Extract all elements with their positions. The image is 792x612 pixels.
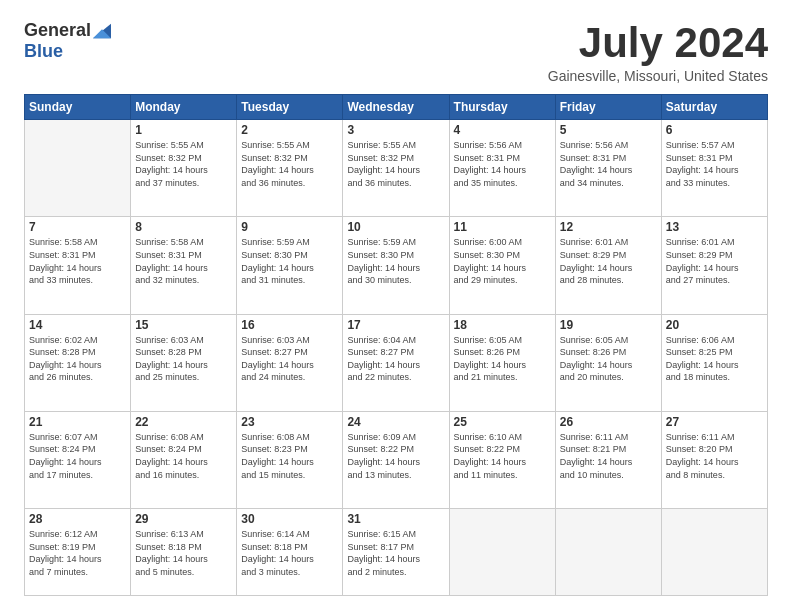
day-info: Sunrise: 5:55 AM Sunset: 8:32 PM Dayligh… <box>347 139 444 189</box>
day-info: Sunrise: 6:05 AM Sunset: 8:26 PM Dayligh… <box>560 334 657 384</box>
table-row: 25Sunrise: 6:10 AM Sunset: 8:22 PM Dayli… <box>449 411 555 508</box>
day-number: 10 <box>347 220 444 234</box>
table-row <box>661 509 767 596</box>
day-number: 26 <box>560 415 657 429</box>
day-number: 1 <box>135 123 232 137</box>
day-info: Sunrise: 6:06 AM Sunset: 8:25 PM Dayligh… <box>666 334 763 384</box>
table-row: 10Sunrise: 5:59 AM Sunset: 8:30 PM Dayli… <box>343 217 449 314</box>
day-info: Sunrise: 5:56 AM Sunset: 8:31 PM Dayligh… <box>560 139 657 189</box>
day-number: 25 <box>454 415 551 429</box>
day-info: Sunrise: 6:10 AM Sunset: 8:22 PM Dayligh… <box>454 431 551 481</box>
day-info: Sunrise: 6:02 AM Sunset: 8:28 PM Dayligh… <box>29 334 126 384</box>
day-info: Sunrise: 6:09 AM Sunset: 8:22 PM Dayligh… <box>347 431 444 481</box>
col-thursday: Thursday <box>449 95 555 120</box>
table-row: 9Sunrise: 5:59 AM Sunset: 8:30 PM Daylig… <box>237 217 343 314</box>
table-row: 7Sunrise: 5:58 AM Sunset: 8:31 PM Daylig… <box>25 217 131 314</box>
table-row: 21Sunrise: 6:07 AM Sunset: 8:24 PM Dayli… <box>25 411 131 508</box>
table-row: 29Sunrise: 6:13 AM Sunset: 8:18 PM Dayli… <box>131 509 237 596</box>
table-row: 15Sunrise: 6:03 AM Sunset: 8:28 PM Dayli… <box>131 314 237 411</box>
day-info: Sunrise: 6:03 AM Sunset: 8:27 PM Dayligh… <box>241 334 338 384</box>
day-number: 14 <box>29 318 126 332</box>
day-info: Sunrise: 6:01 AM Sunset: 8:29 PM Dayligh… <box>560 236 657 286</box>
day-number: 17 <box>347 318 444 332</box>
subtitle: Gainesville, Missouri, United States <box>548 68 768 84</box>
day-info: Sunrise: 5:56 AM Sunset: 8:31 PM Dayligh… <box>454 139 551 189</box>
day-number: 16 <box>241 318 338 332</box>
day-number: 11 <box>454 220 551 234</box>
table-row: 22Sunrise: 6:08 AM Sunset: 8:24 PM Dayli… <box>131 411 237 508</box>
table-row: 4Sunrise: 5:56 AM Sunset: 8:31 PM Daylig… <box>449 120 555 217</box>
table-row: 27Sunrise: 6:11 AM Sunset: 8:20 PM Dayli… <box>661 411 767 508</box>
day-info: Sunrise: 5:58 AM Sunset: 8:31 PM Dayligh… <box>135 236 232 286</box>
table-row: 14Sunrise: 6:02 AM Sunset: 8:28 PM Dayli… <box>25 314 131 411</box>
day-info: Sunrise: 5:55 AM Sunset: 8:32 PM Dayligh… <box>241 139 338 189</box>
col-friday: Friday <box>555 95 661 120</box>
main-title: July 2024 <box>548 20 768 66</box>
day-number: 15 <box>135 318 232 332</box>
table-row: 28Sunrise: 6:12 AM Sunset: 8:19 PM Dayli… <box>25 509 131 596</box>
table-row: 20Sunrise: 6:06 AM Sunset: 8:25 PM Dayli… <box>661 314 767 411</box>
day-info: Sunrise: 6:14 AM Sunset: 8:18 PM Dayligh… <box>241 528 338 578</box>
header-row: Sunday Monday Tuesday Wednesday Thursday… <box>25 95 768 120</box>
table-row: 23Sunrise: 6:08 AM Sunset: 8:23 PM Dayli… <box>237 411 343 508</box>
day-number: 2 <box>241 123 338 137</box>
day-info: Sunrise: 6:03 AM Sunset: 8:28 PM Dayligh… <box>135 334 232 384</box>
table-row <box>25 120 131 217</box>
day-number: 21 <box>29 415 126 429</box>
day-info: Sunrise: 6:04 AM Sunset: 8:27 PM Dayligh… <box>347 334 444 384</box>
table-row: 16Sunrise: 6:03 AM Sunset: 8:27 PM Dayli… <box>237 314 343 411</box>
day-number: 8 <box>135 220 232 234</box>
day-info: Sunrise: 6:01 AM Sunset: 8:29 PM Dayligh… <box>666 236 763 286</box>
table-row <box>555 509 661 596</box>
day-number: 22 <box>135 415 232 429</box>
table-row: 26Sunrise: 6:11 AM Sunset: 8:21 PM Dayli… <box>555 411 661 508</box>
day-number: 12 <box>560 220 657 234</box>
day-number: 27 <box>666 415 763 429</box>
day-number: 7 <box>29 220 126 234</box>
table-row: 3Sunrise: 5:55 AM Sunset: 8:32 PM Daylig… <box>343 120 449 217</box>
day-info: Sunrise: 6:08 AM Sunset: 8:24 PM Dayligh… <box>135 431 232 481</box>
day-number: 20 <box>666 318 763 332</box>
table-row: 6Sunrise: 5:57 AM Sunset: 8:31 PM Daylig… <box>661 120 767 217</box>
day-number: 13 <box>666 220 763 234</box>
table-row: 17Sunrise: 6:04 AM Sunset: 8:27 PM Dayli… <box>343 314 449 411</box>
day-number: 4 <box>454 123 551 137</box>
col-saturday: Saturday <box>661 95 767 120</box>
day-info: Sunrise: 5:58 AM Sunset: 8:31 PM Dayligh… <box>29 236 126 286</box>
logo-icon <box>93 23 111 39</box>
day-info: Sunrise: 6:15 AM Sunset: 8:17 PM Dayligh… <box>347 528 444 578</box>
title-block: July 2024 Gainesville, Missouri, United … <box>548 20 768 84</box>
day-info: Sunrise: 5:57 AM Sunset: 8:31 PM Dayligh… <box>666 139 763 189</box>
col-sunday: Sunday <box>25 95 131 120</box>
day-number: 3 <box>347 123 444 137</box>
day-info: Sunrise: 6:05 AM Sunset: 8:26 PM Dayligh… <box>454 334 551 384</box>
day-info: Sunrise: 6:13 AM Sunset: 8:18 PM Dayligh… <box>135 528 232 578</box>
day-info: Sunrise: 6:11 AM Sunset: 8:21 PM Dayligh… <box>560 431 657 481</box>
day-info: Sunrise: 5:55 AM Sunset: 8:32 PM Dayligh… <box>135 139 232 189</box>
table-row <box>449 509 555 596</box>
day-number: 6 <box>666 123 763 137</box>
day-number: 30 <box>241 512 338 526</box>
day-info: Sunrise: 6:11 AM Sunset: 8:20 PM Dayligh… <box>666 431 763 481</box>
logo: General Blue <box>24 20 111 62</box>
day-number: 9 <box>241 220 338 234</box>
day-number: 24 <box>347 415 444 429</box>
table-row: 11Sunrise: 6:00 AM Sunset: 8:30 PM Dayli… <box>449 217 555 314</box>
header: General Blue July 2024 Gainesville, Miss… <box>24 20 768 84</box>
calendar: Sunday Monday Tuesday Wednesday Thursday… <box>24 94 768 596</box>
col-monday: Monday <box>131 95 237 120</box>
day-info: Sunrise: 6:00 AM Sunset: 8:30 PM Dayligh… <box>454 236 551 286</box>
table-row: 2Sunrise: 5:55 AM Sunset: 8:32 PM Daylig… <box>237 120 343 217</box>
table-row: 12Sunrise: 6:01 AM Sunset: 8:29 PM Dayli… <box>555 217 661 314</box>
day-number: 23 <box>241 415 338 429</box>
day-number: 31 <box>347 512 444 526</box>
table-row: 1Sunrise: 5:55 AM Sunset: 8:32 PM Daylig… <box>131 120 237 217</box>
day-number: 19 <box>560 318 657 332</box>
col-tuesday: Tuesday <box>237 95 343 120</box>
table-row: 30Sunrise: 6:14 AM Sunset: 8:18 PM Dayli… <box>237 509 343 596</box>
day-number: 29 <box>135 512 232 526</box>
day-info: Sunrise: 6:12 AM Sunset: 8:19 PM Dayligh… <box>29 528 126 578</box>
table-row: 31Sunrise: 6:15 AM Sunset: 8:17 PM Dayli… <box>343 509 449 596</box>
day-number: 5 <box>560 123 657 137</box>
table-row: 24Sunrise: 6:09 AM Sunset: 8:22 PM Dayli… <box>343 411 449 508</box>
